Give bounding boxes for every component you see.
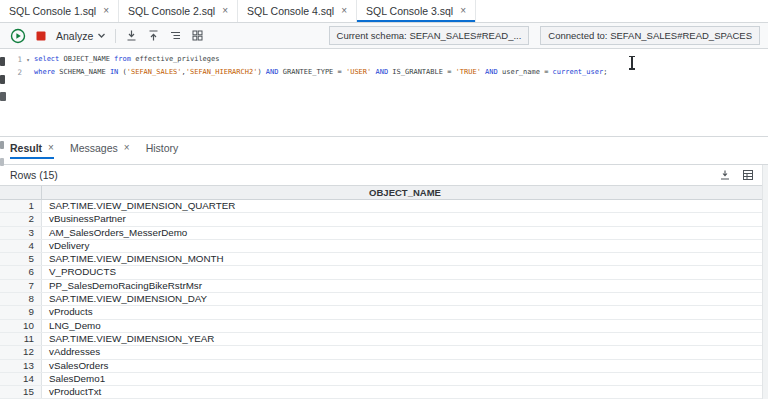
collapsed-panel-glyph: [0, 141, 4, 149]
grid-header-row: OBJECT_NAME: [0, 186, 768, 200]
tab-label: Messages: [70, 142, 118, 154]
sql-console-app: SQL Console 1.sql×SQL Console 2.sql×SQL …: [0, 0, 768, 417]
tab-close-icon[interactable]: ×: [222, 6, 228, 16]
table-row[interactable]: 10LNG_Demo: [0, 320, 768, 333]
editor-tab-2[interactable]: SQL Console 2.sql×: [119, 0, 238, 22]
analyze-dropdown[interactable]: Analyze: [56, 30, 106, 42]
result-tab-bar: Result×Messages×History: [0, 137, 768, 159]
cell-object-name: LNG_Demo: [42, 320, 768, 332]
code-text: select OBJECT_NAME from effective_privil…: [34, 53, 219, 66]
download-button[interactable]: [125, 29, 138, 42]
cell-object-name: vSalesOrders: [42, 360, 768, 372]
editor-lines: 1▾select OBJECT_NAME from effective_priv…: [0, 53, 768, 79]
table-row[interactable]: 7PP_SalesDemoRacingBikeRstrMsr: [0, 280, 768, 293]
tab-label: SQL Console 4.sql: [247, 5, 334, 17]
tab-label: SQL Console 2.sql: [128, 5, 215, 17]
row-number: 4: [0, 240, 42, 252]
upload-icon: [147, 29, 160, 42]
toolbar: Analyze: [0, 23, 768, 49]
grid-button[interactable]: [191, 29, 204, 42]
cell-object-name: SAP.TIME.VIEW_DIMENSION_YEAR: [42, 333, 768, 345]
result-tab-result[interactable]: Result×: [10, 137, 54, 159]
cell-object-name: vProducts: [42, 306, 768, 318]
export-result-button[interactable]: [719, 169, 731, 181]
cell-object-name: AM_SalesOrders_MesserDemo: [42, 227, 768, 239]
cell-object-name: vDelivery: [42, 240, 768, 252]
rows-count-label: Rows (15): [10, 169, 58, 181]
tab-label: History: [146, 142, 179, 154]
table-view-button[interactable]: [742, 169, 754, 181]
editor-tab-bar: SQL Console 1.sql×SQL Console 2.sql×SQL …: [0, 0, 768, 23]
connected-to-box: Connected to: SEFAN_SALES#READ_SPACES: [540, 26, 760, 45]
table-row[interactable]: 5SAP.TIME.VIEW_DIMENSION_MONTH: [0, 253, 768, 266]
row-number: 2: [0, 213, 42, 225]
collapsed-panel-glyph: [0, 92, 6, 101]
row-number: 10: [0, 320, 42, 332]
tab-close-icon[interactable]: ×: [48, 143, 54, 153]
tab-close-icon[interactable]: ×: [124, 143, 130, 153]
table-row[interactable]: 3AM_SalesOrders_MesserDemo: [0, 227, 768, 240]
tab-close-icon[interactable]: ×: [460, 6, 466, 16]
editor-tab-3[interactable]: SQL Console 4.sql×: [238, 0, 357, 22]
table-row[interactable]: 4vDelivery: [0, 240, 768, 253]
row-number: 15: [0, 386, 42, 398]
table-row[interactable]: 6V_PRODUCTS: [0, 266, 768, 279]
chevron-down-icon: [97, 31, 106, 40]
cell-object-name: SAP.TIME.VIEW_DIMENSION_DAY: [42, 293, 768, 305]
stop-button[interactable]: [35, 30, 47, 42]
result-grid-panel: Rows (15) OBJECT_NAME 1SAP.TIME.VIE: [0, 164, 768, 399]
cell-object-name: SAP.TIME.VIEW_DIMENSION_QUARTER: [42, 200, 768, 212]
cell-object-name: vBusinessPartner: [42, 213, 768, 225]
run-button[interactable]: [10, 28, 26, 44]
vertical-scrollbar[interactable]: [762, 165, 768, 399]
export-download-icon: [719, 169, 731, 181]
fold-toggle-icon[interactable]: ▾: [22, 53, 34, 66]
analyze-label: Analyze: [56, 30, 93, 42]
row-number: 1: [0, 200, 42, 212]
current-schema-box[interactable]: Current schema: SEFAN_SALES#READ_...: [329, 26, 530, 45]
column-header-object-name[interactable]: OBJECT_NAME: [42, 186, 768, 199]
play-circle-icon: [10, 28, 26, 44]
download-icon: [125, 29, 138, 42]
cell-object-name: V_PRODUCTS: [42, 266, 768, 278]
current-schema-label: Current schema: SEFAN_SALES#READ_...: [337, 30, 522, 41]
row-number: 5: [0, 253, 42, 265]
table-row[interactable]: 14SalesDemo1: [0, 373, 768, 386]
format-lines-icon: [169, 29, 182, 42]
collapsed-panel-glyph: [0, 158, 4, 166]
result-tab-messages[interactable]: Messages×: [70, 137, 130, 159]
table-row[interactable]: 9vProducts: [0, 306, 768, 319]
format-button[interactable]: [169, 29, 182, 42]
table-row[interactable]: 13vSalesOrders: [0, 360, 768, 373]
upload-button[interactable]: [147, 29, 160, 42]
cell-object-name: PP_SalesDemoRacingBikeRstrMsr: [42, 280, 768, 292]
table-icon: [742, 169, 754, 181]
result-tab-history[interactable]: History: [146, 137, 179, 159]
cell-object-name: vAddresses: [42, 346, 768, 358]
row-number: 7: [0, 280, 42, 292]
toolbar-separator: [115, 29, 116, 43]
table-row[interactable]: 15vProductTxt: [0, 386, 768, 399]
cell-object-name: SAP.TIME.VIEW_DIMENSION_MONTH: [42, 253, 768, 265]
tab-label: SQL Console 1.sql: [9, 5, 96, 17]
table-row[interactable]: 1SAP.TIME.VIEW_DIMENSION_QUARTER: [0, 200, 768, 213]
sql-editor[interactable]: 1▾select OBJECT_NAME from effective_priv…: [0, 49, 768, 137]
row-number-header: [0, 186, 42, 199]
row-number: 9: [0, 306, 42, 318]
tab-close-icon[interactable]: ×: [341, 6, 347, 16]
table-row[interactable]: 12vAddresses: [0, 346, 768, 359]
connected-to-label: Connected to: SEFAN_SALES#READ_SPACES: [548, 30, 752, 41]
row-number: 13: [0, 360, 42, 372]
editor-tab-1[interactable]: SQL Console 1.sql×: [0, 0, 119, 22]
editor-tab-4[interactable]: SQL Console 3.sql×: [357, 0, 476, 22]
code-text: where SCHEMA_NAME IN ('SEFAN_SALES','SEF…: [34, 66, 607, 79]
tab-close-icon[interactable]: ×: [103, 6, 109, 16]
tab-label: SQL Console 3.sql: [366, 5, 453, 17]
rows-bar: Rows (15): [0, 165, 768, 186]
table-row[interactable]: 8SAP.TIME.VIEW_DIMENSION_DAY: [0, 293, 768, 306]
table-row[interactable]: 2vBusinessPartner: [0, 213, 768, 226]
row-number: 14: [0, 373, 42, 385]
row-number: 12: [0, 346, 42, 358]
table-row[interactable]: 11SAP.TIME.VIEW_DIMENSION_YEAR: [0, 333, 768, 346]
row-number: 6: [0, 266, 42, 278]
